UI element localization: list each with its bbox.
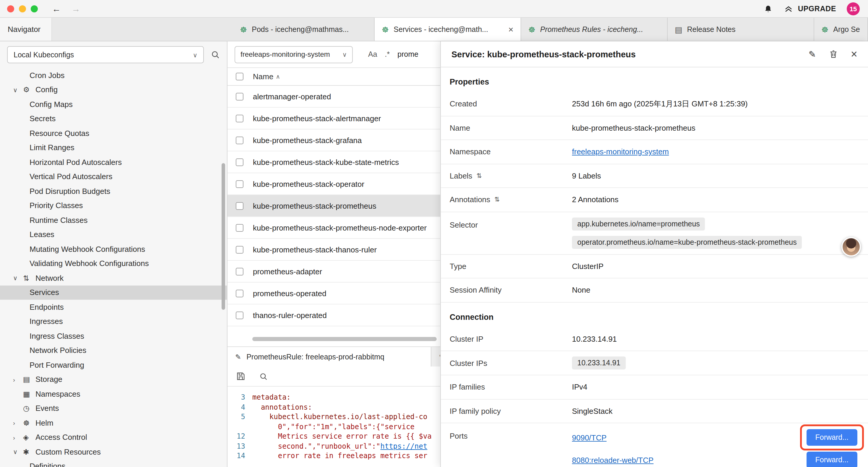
name-column-header[interactable]: Name ∧ [253, 72, 280, 81]
sidebar-item-access-control[interactable]: ›◈Access Control [0, 430, 227, 444]
scrollbar-thumb[interactable] [252, 337, 437, 341]
close-drawer-icon[interactable]: × [851, 49, 857, 60]
property-row-ip-families: IP familiesIPv4 [441, 375, 868, 399]
namespace-filter[interactable]: freeleaps-monitoring-system ∨ [235, 46, 353, 63]
row-checkbox[interactable] [236, 245, 243, 253]
row-checkbox[interactable] [236, 158, 243, 166]
sidebar-item-endpoints[interactable]: Endpoints [0, 300, 227, 314]
expander-icon[interactable]: ⇅ [476, 172, 482, 180]
sidebar-item-horizontal-pod-autoscalers[interactable]: Horizontal Pod Autoscalers [0, 155, 227, 169]
notification-count-badge[interactable]: 15 [847, 2, 860, 15]
sidebar-scrollbar[interactable] [222, 163, 225, 310]
sidebar-item-vertical-pod-autoscalers[interactable]: Vertical Pod Autoscalers [0, 169, 227, 184]
kubeconfig-selector[interactable]: Local Kubeconfigs ∨ [7, 46, 204, 63]
sidebar-item-config[interactable]: ∨⚙Config [0, 83, 227, 97]
assistant-avatar[interactable] [841, 237, 861, 257]
dock-tab-prometheusrule[interactable]: ✎ PrometheusRule: freeleaps-prod-rabbitm… [227, 347, 431, 367]
forward-button[interactable]: Forward... [806, 429, 857, 446]
sidebar-item-network-policies[interactable]: Network Policies [0, 343, 227, 358]
code-text: Metrics service error rate is {{ $va [252, 432, 432, 441]
zoom-window-button[interactable] [31, 5, 38, 12]
port-row: 8080:reloader-web/TCPForward... [572, 451, 868, 467]
sidebar-item-pod-disruption-budgets[interactable]: Pod Disruption Budgets [0, 184, 227, 198]
code-text: metadata: [252, 392, 291, 402]
sidebar-item-ingress-classes[interactable]: Ingress Classes [0, 329, 227, 343]
forward-button-wrap: Forward... [806, 429, 857, 446]
sidebar-item-namespaces[interactable]: ▦Namespaces [0, 387, 227, 401]
sidebar-item-network[interactable]: ∨⇅Network [0, 271, 227, 285]
sidebar-item-leases[interactable]: Leases [0, 227, 227, 242]
row-checkbox[interactable] [236, 136, 243, 144]
regex-toggle[interactable]: .* [385, 50, 390, 59]
forward-button[interactable]: Forward... [806, 451, 857, 467]
name-column-label: Name [253, 72, 273, 81]
tab-release-notes[interactable]: ▤Release Notes [668, 18, 814, 41]
sidebar-item-config-maps[interactable]: Config Maps [0, 97, 227, 111]
property-label: Annotations⇅ [450, 195, 572, 204]
property-row-cluster-ips: Cluster IPs10.233.14.91 [441, 351, 868, 375]
sidebar-item-helm[interactable]: ›☸Helm [0, 415, 227, 430]
port-link[interactable]: 8080:reloader-web/TCP [572, 456, 653, 464]
close-window-button[interactable] [7, 5, 14, 12]
sidebar-item-events[interactable]: ◷Events [0, 401, 227, 415]
chevron-down-icon: ∨ [13, 448, 23, 456]
row-checkbox[interactable] [236, 267, 243, 275]
row-checkbox[interactable] [236, 114, 243, 122]
navigator-panel-tab[interactable]: Navigator [0, 18, 52, 41]
sidebar-item-label: Namespaces [35, 389, 80, 399]
helm-icon: ☸ [23, 418, 35, 428]
sidebar-item-priority-classes[interactable]: Priority Classes [0, 198, 227, 213]
sidebar-item-ingresses[interactable]: Ingresses [0, 314, 227, 329]
sidebar-item-limit-ranges[interactable]: Limit Ranges [0, 140, 227, 155]
forward-button[interactable]: → [71, 4, 80, 13]
network-icon: ⇅ [23, 274, 35, 283]
sidebar-item-mutating-webhook-configurations[interactable]: Mutating Webhook Configurations [0, 242, 227, 256]
match-case-toggle[interactable]: Aa [368, 50, 377, 59]
sidebar-item-storage[interactable]: ›▤Storage [0, 372, 227, 387]
minimize-window-button[interactable] [19, 5, 26, 12]
row-checkbox[interactable] [236, 202, 243, 209]
row-checkbox[interactable] [236, 311, 243, 319]
service-name: prometheus-operated [253, 289, 327, 298]
sidebar-item-secrets[interactable]: Secrets [0, 111, 227, 126]
port-link[interactable]: 9090/TCP [572, 433, 607, 442]
sidebar-search-icon[interactable] [211, 50, 220, 59]
sidebar-item-label: Vertical Pod Autoscalers [30, 172, 112, 181]
sidebar-item-label: Config Maps [30, 100, 73, 109]
search-input[interactable]: Aa .* prome [368, 50, 418, 59]
sidebar-item-port-forwarding[interactable]: Port Forwarding [0, 358, 227, 372]
row-checkbox[interactable] [236, 289, 243, 297]
property-label: Namespace [450, 147, 572, 156]
namespaces-icon: ▦ [23, 389, 35, 399]
sidebar-item-services[interactable]: Services [0, 285, 227, 300]
tab-prometheus-rules-icecheng[interactable]: ☸Prometheus Rules - icecheng... [521, 18, 668, 41]
tab-pods-icecheng-mathmas[interactable]: ☸Pods - icecheng@mathmas... [233, 18, 375, 41]
upgrade-button[interactable]: UPGRADE [784, 4, 836, 13]
row-checkbox[interactable] [236, 92, 243, 100]
sidebar-item-custom-resources[interactable]: ∨✱Custom Resources [0, 444, 227, 459]
select-all-checkbox[interactable] [236, 73, 243, 80]
tab-argo-se[interactable]: ☸Argo Se [814, 18, 868, 41]
editor-search-icon[interactable] [259, 372, 268, 380]
expander-icon[interactable]: ⇅ [494, 196, 500, 204]
close-tab-icon[interactable]: × [508, 24, 514, 34]
sidebar-item-label: Leases [30, 230, 54, 239]
notifications-bell-icon[interactable] [764, 4, 773, 13]
row-checkbox[interactable] [236, 224, 243, 231]
sidebar-item-cron-jobs[interactable]: Cron Jobs [0, 68, 227, 83]
edit-resource-icon[interactable]: ✎ [809, 49, 816, 59]
delete-resource-icon[interactable] [829, 50, 838, 59]
save-icon[interactable] [236, 372, 245, 381]
navigator-header: Navigator [0, 18, 227, 41]
sidebar-item-runtime-classes[interactable]: Runtime Classes [0, 213, 227, 227]
sidebar-item-validating-webhook-configurations[interactable]: Validating Webhook Configurations [0, 256, 227, 271]
tab-services-icecheng-math[interactable]: ☸Services - icecheng@math...× [375, 18, 521, 41]
row-checkbox[interactable] [236, 180, 243, 188]
back-button[interactable]: ← [52, 4, 61, 13]
sidebar-item-resource-quotas[interactable]: Resource Quotas [0, 126, 227, 140]
sidebar-item-definitions[interactable]: Definitions [0, 459, 227, 467]
sort-ascending-icon: ∧ [276, 73, 280, 80]
property-link[interactable]: freeleaps-monitoring-system [572, 147, 669, 156]
storage-icon: ▤ [23, 375, 35, 384]
horizontal-scrollbar[interactable] [227, 337, 440, 342]
